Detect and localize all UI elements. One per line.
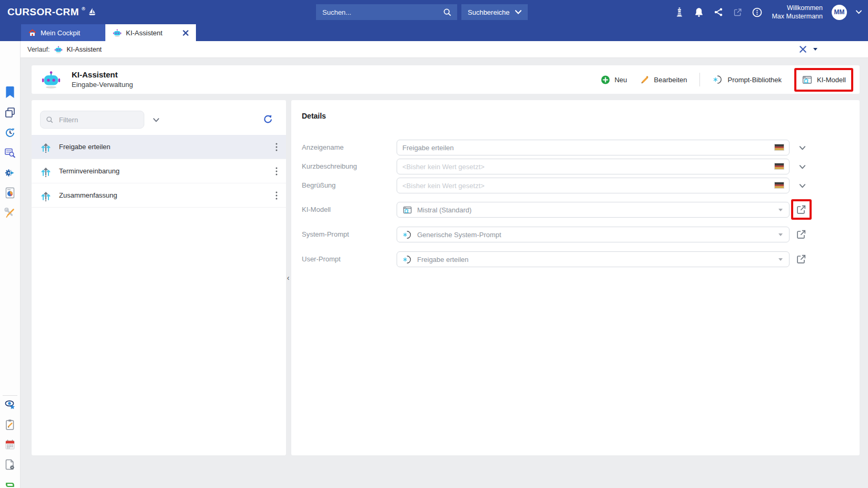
kebab-menu-icon[interactable] bbox=[274, 141, 279, 153]
ki-modell-button[interactable]: KI-Modell bbox=[794, 68, 853, 92]
kebab-menu-icon[interactable] bbox=[274, 165, 279, 177]
history-label: Verlauf: bbox=[27, 46, 50, 53]
list-item[interactable]: Zusammenfassung bbox=[32, 183, 286, 208]
german-flag-icon bbox=[775, 163, 784, 169]
chevron-down-icon[interactable] bbox=[798, 181, 807, 190]
history-icon[interactable] bbox=[4, 126, 16, 139]
list-item-label: Zusammenfassung bbox=[59, 191, 117, 199]
calendar-icon[interactable] bbox=[4, 438, 16, 451]
field-row-ki-modell: KI-Modell Mistral (Standard) bbox=[291, 202, 860, 218]
system-prompt-select[interactable]: Generische System-Prompt bbox=[397, 227, 790, 242]
breadcrumb[interactable]: KI-Assistent bbox=[54, 45, 102, 54]
bell-icon[interactable] bbox=[694, 7, 704, 17]
header-actions: Neu Bearbeiten Prompt-Bibliothek KI-Mode… bbox=[600, 65, 853, 94]
search-icon bbox=[46, 116, 54, 124]
refresh-icon[interactable] bbox=[262, 114, 273, 125]
field-row-begruessung: Begrüßung <Bisher kein Wert gesetzt> bbox=[291, 178, 860, 193]
entries-list-panel: Freigabe erteilen Terminvereinbarung Zus… bbox=[32, 100, 286, 455]
field-label: Anzeigename bbox=[302, 140, 344, 155]
eye-star-icon[interactable] bbox=[4, 398, 16, 411]
panel-collapse-handle[interactable]: ‹ bbox=[285, 272, 291, 284]
robot-icon bbox=[54, 45, 63, 54]
search-areas-button[interactable]: Suchbereiche bbox=[461, 4, 528, 20]
tab-mein-cockpit[interactable]: Mein Cockpit bbox=[21, 24, 105, 41]
history-bar: Verlauf: KI-Assistent bbox=[20, 41, 868, 58]
field-value: Freigabe erteilen bbox=[402, 144, 454, 152]
details-title: Details bbox=[302, 112, 326, 120]
prompt-icon bbox=[713, 74, 723, 85]
list-item[interactable]: Terminvereinbarung bbox=[32, 159, 286, 183]
chevron-down-icon bbox=[515, 10, 521, 14]
search-icon[interactable] bbox=[443, 8, 452, 17]
open-user-prompt-button[interactable] bbox=[795, 253, 807, 265]
pencil-icon bbox=[640, 75, 650, 85]
begruessung-input[interactable]: <Bisher kein Wert gesetzt> bbox=[397, 178, 790, 193]
document-gear-icon[interactable] bbox=[4, 458, 16, 471]
page-header: KI-Assistent Eingabe-Verwaltung Neu Bear… bbox=[32, 65, 860, 94]
field-label: Kurzbeschreibung bbox=[302, 159, 357, 174]
history-bar-actions bbox=[800, 46, 861, 53]
global-search bbox=[316, 4, 457, 20]
field-value: Freigabe erteilen bbox=[417, 256, 469, 263]
lighthouse-icon[interactable] bbox=[674, 7, 685, 17]
field-label: System-Prompt bbox=[302, 227, 349, 242]
field-label: KI-Modell bbox=[302, 202, 331, 218]
kebab-menu-icon[interactable] bbox=[274, 190, 279, 201]
rail-divider bbox=[3, 395, 17, 396]
info-more-icon[interactable] bbox=[752, 7, 763, 18]
report-pie-icon[interactable] bbox=[4, 187, 16, 199]
field-label: Begrüßung bbox=[302, 178, 336, 193]
copy-windows-icon[interactable] bbox=[4, 106, 16, 119]
robot-icon bbox=[113, 28, 122, 37]
chevron-down-icon[interactable] bbox=[813, 48, 817, 51]
ki-modell-select[interactable]: Mistral (Standard) bbox=[397, 202, 790, 218]
prompt-library-button[interactable]: Prompt-Bibliothek bbox=[713, 74, 782, 85]
topbar-actions: Willkommen Max Mustermann MM bbox=[674, 0, 862, 24]
open-system-prompt-button[interactable] bbox=[795, 229, 807, 240]
new-button[interactable]: Neu bbox=[600, 75, 627, 85]
window-puzzle-icon bbox=[802, 74, 813, 85]
field-value: Generische System-Prompt bbox=[417, 231, 501, 239]
open-ki-modell-button[interactable] bbox=[795, 204, 807, 216]
tab-label: Mein Cockpit bbox=[41, 29, 80, 37]
field-placeholder: <Bisher kein Wert gesetzt> bbox=[402, 182, 485, 190]
filter-input[interactable] bbox=[58, 115, 139, 124]
plus-circle-icon bbox=[600, 75, 610, 85]
kurzbeschreibung-input[interactable]: <Bisher kein Wert gesetzt> bbox=[397, 159, 790, 174]
close-tab-icon[interactable] bbox=[183, 30, 189, 36]
tools-icon[interactable] bbox=[4, 207, 16, 219]
search-input[interactable] bbox=[321, 8, 439, 17]
table-search-icon[interactable] bbox=[4, 147, 16, 159]
divider bbox=[699, 73, 700, 86]
tab-ki-assistent[interactable]: KI-Assistent bbox=[105, 24, 196, 41]
avatar[interactable]: MM bbox=[832, 5, 847, 20]
field-row-kurzbeschreibung: Kurzbeschreibung <Bisher kein Wert geset… bbox=[291, 159, 860, 174]
share-icon[interactable] bbox=[713, 7, 724, 17]
chevron-down-icon[interactable] bbox=[856, 10, 862, 14]
chevron-down-icon[interactable] bbox=[798, 143, 807, 152]
chevron-down-icon[interactable] bbox=[152, 115, 161, 124]
german-flag-icon bbox=[775, 144, 784, 150]
welcome-text: Willkommen Max Mustermann bbox=[772, 4, 823, 21]
edit-button[interactable]: Bearbeiten bbox=[640, 75, 687, 85]
user-prompt-select[interactable]: Freigabe erteilen bbox=[397, 251, 790, 267]
sync-arrows-icon[interactable] bbox=[4, 479, 16, 488]
window-puzzle-icon bbox=[402, 205, 412, 215]
caret-down-icon bbox=[778, 209, 783, 211]
gear-play-icon[interactable] bbox=[4, 167, 16, 179]
chevron-down-icon[interactable] bbox=[798, 162, 807, 171]
left-icon-rail bbox=[0, 41, 21, 488]
clipboard-pencil-icon[interactable] bbox=[4, 418, 16, 431]
anzeigename-input[interactable]: Freigabe erteilen bbox=[397, 140, 790, 155]
breadcrumb-label: KI-Assistent bbox=[66, 46, 102, 53]
list-item[interactable]: Freigabe erteilen bbox=[32, 135, 286, 159]
list-item-label: Terminvereinbarung bbox=[59, 167, 120, 175]
field-row-user-prompt: User-Prompt Freigabe erteilen bbox=[291, 251, 860, 267]
arrows-up-icon bbox=[40, 190, 52, 201]
user-name: Max Mustermann bbox=[772, 12, 823, 21]
arrows-up-icon bbox=[40, 141, 52, 153]
field-placeholder: <Bisher kein Wert gesetzt> bbox=[402, 163, 485, 171]
close-icon[interactable] bbox=[800, 46, 806, 53]
bookmark-icon[interactable] bbox=[4, 85, 16, 98]
registered-mark: ® bbox=[82, 6, 85, 12]
